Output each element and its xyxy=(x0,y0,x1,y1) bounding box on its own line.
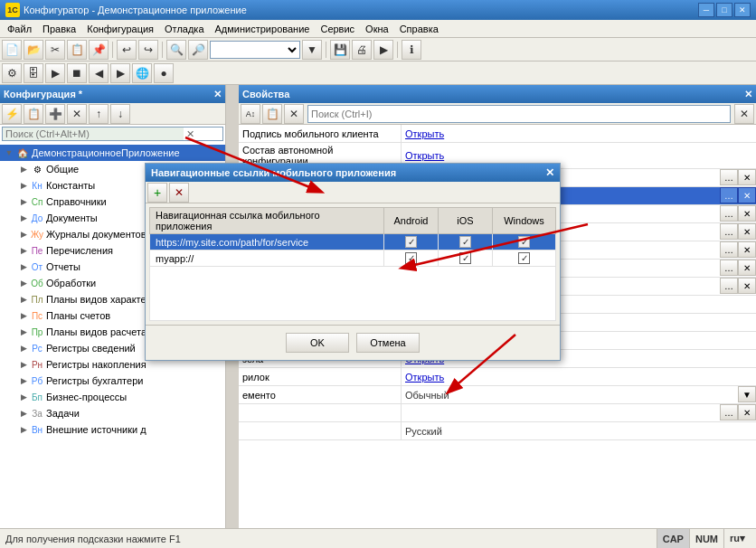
tb-paste[interactable]: 📌 xyxy=(89,40,109,60)
props-tb2[interactable]: 📋 xyxy=(262,104,282,124)
tb-copy[interactable]: 📋 xyxy=(67,40,87,60)
menu-service[interactable]: Сервис xyxy=(315,23,360,35)
tb2-back[interactable]: ◀ xyxy=(89,63,109,83)
tb2-stop[interactable]: ⏹ xyxy=(67,63,87,83)
prop-btn2-7[interactable]: ✕ xyxy=(738,260,756,276)
prop-btn-5[interactable]: … xyxy=(720,223,738,240)
tb-info[interactable]: ℹ xyxy=(402,40,421,60)
menu-debug[interactable]: Отладка xyxy=(159,23,209,35)
dialog-delete-button[interactable]: ✕ xyxy=(169,183,189,203)
tb-find[interactable]: 🔍 xyxy=(166,40,186,60)
expander-15[interactable]: ▶ xyxy=(18,408,29,419)
prop-btn-8[interactable]: … xyxy=(720,278,738,294)
prop-btn2-6[interactable]: ✕ xyxy=(738,241,756,258)
config-panel-close[interactable]: ✕ xyxy=(213,89,222,100)
dialog-cell-ios-0[interactable] xyxy=(439,234,493,250)
prop-btn2-3[interactable]: ✕ xyxy=(738,187,756,203)
tb-find2[interactable]: 🔎 xyxy=(188,40,208,60)
config-tb-btn5[interactable]: ↑ xyxy=(89,104,109,124)
checkbox-ios-1[interactable] xyxy=(459,252,471,264)
menu-edit[interactable]: Правка xyxy=(37,23,81,35)
config-search-input[interactable] xyxy=(3,128,184,140)
menu-config[interactable]: Конфигурация xyxy=(81,23,159,35)
prop-link-1[interactable]: Открыть xyxy=(405,150,444,161)
config-search-clear[interactable]: ✕ xyxy=(184,128,197,140)
prop-btn2-8[interactable]: ✕ xyxy=(738,278,756,294)
expander-16[interactable]: ▶ xyxy=(18,424,29,435)
props-search-box[interactable] xyxy=(307,105,731,123)
prop-btn2-2[interactable]: ✕ xyxy=(738,169,756,185)
dialog-cell-android-0[interactable] xyxy=(384,234,439,250)
status-lang-badge[interactable]: ru▾ xyxy=(723,529,751,549)
tb2-globe[interactable]: 🌐 xyxy=(132,63,152,83)
tb-undo[interactable]: ↩ xyxy=(117,40,137,60)
config-tb-btn2[interactable]: 📋 xyxy=(24,104,43,124)
close-button[interactable]: ✕ xyxy=(734,3,751,17)
checkbox-windows-0[interactable] xyxy=(518,236,530,248)
menu-windows[interactable]: Окна xyxy=(360,23,394,35)
expander-11[interactable]: ▶ xyxy=(18,343,29,354)
tree-item-14[interactable]: ▶ Бп Бизнес-процессы xyxy=(0,389,225,405)
tb-open[interactable]: 📂 xyxy=(24,40,43,60)
prop-btn-2[interactable]: … xyxy=(720,169,738,185)
prop-btn2-4[interactable]: ✕ xyxy=(738,205,756,222)
expander-10[interactable]: ▶ xyxy=(18,326,29,337)
maximize-button[interactable]: □ xyxy=(716,3,732,17)
minimize-button[interactable]: ─ xyxy=(698,3,714,17)
status-num-badge[interactable]: NUM xyxy=(689,529,723,549)
expander-0[interactable]: ▶ xyxy=(18,164,29,175)
tb-new[interactable]: 📄 xyxy=(2,40,22,60)
config-tb-btn4[interactable]: ✕ xyxy=(67,104,87,124)
config-search-box[interactable]: ✕ xyxy=(2,127,223,141)
checkbox-windows-1[interactable] xyxy=(518,252,530,264)
prop-btn-6[interactable]: … xyxy=(720,241,738,258)
dialog-cell-android-1[interactable] xyxy=(384,250,439,267)
expander-7[interactable]: ▶ xyxy=(18,278,29,288)
tb2-db[interactable]: 🗄 xyxy=(24,63,43,83)
prop-btn-7[interactable]: … xyxy=(720,260,738,276)
checkbox-ios-0[interactable] xyxy=(459,236,471,248)
tb2-config[interactable]: ⚙ xyxy=(2,63,22,83)
expander-5[interactable]: ▶ xyxy=(18,245,29,256)
prop-link-13[interactable]: Открыть xyxy=(405,372,444,383)
tb2-fwd[interactable]: ▶ xyxy=(110,63,130,83)
tb-cut[interactable]: ✂ xyxy=(45,40,65,60)
prop-btn-4[interactable]: … xyxy=(720,205,738,222)
expander-12[interactable]: ▶ xyxy=(18,359,29,370)
props-search-clear[interactable]: ✕ xyxy=(734,104,754,124)
checkbox-android-0[interactable] xyxy=(405,236,417,248)
dialog-add-button[interactable]: + xyxy=(147,183,167,203)
tb-print[interactable]: 🖨 xyxy=(352,40,372,60)
dialog-ok-button[interactable]: OK xyxy=(286,333,349,353)
prop-link-0[interactable]: Открыть xyxy=(405,128,444,139)
expander-2[interactable]: ▶ xyxy=(18,196,29,207)
tb-combo-btn[interactable]: ▼ xyxy=(302,40,322,60)
dialog-row-1[interactable]: myapp:// xyxy=(150,250,556,267)
tree-root-expander[interactable]: ▼ xyxy=(4,147,14,158)
props-tb3[interactable]: ✕ xyxy=(284,104,304,124)
config-tb-btn3[interactable]: ➕ xyxy=(45,104,65,124)
menu-help[interactable]: Справка xyxy=(394,23,444,35)
prop-btn2-5[interactable]: ✕ xyxy=(738,223,756,240)
tb2-play[interactable]: ▶ xyxy=(45,63,65,83)
prop-select-14[interactable]: ▼ xyxy=(738,386,756,402)
prop-btn-15[interactable]: … xyxy=(720,404,738,420)
tb-save[interactable]: 💾 xyxy=(330,40,350,60)
menu-admin[interactable]: Администрирование xyxy=(210,23,316,35)
tree-item-13[interactable]: ▶ Рб Регистры бухгалтери xyxy=(0,373,225,389)
expander-4[interactable]: ▶ xyxy=(18,229,29,240)
dialog-row-0[interactable]: https://my.site.com/path/for/service xyxy=(150,234,556,250)
tb2-misc[interactable]: ● xyxy=(154,63,174,83)
title-bar-buttons[interactable]: ─ □ ✕ xyxy=(698,3,751,17)
config-tb-btn6[interactable]: ↓ xyxy=(110,104,130,124)
menu-file[interactable]: Файл xyxy=(2,23,37,35)
tb-redo[interactable]: ↪ xyxy=(138,40,158,60)
expander-13[interactable]: ▶ xyxy=(18,375,29,386)
tree-root-item[interactable]: ▼ 🏠 ДемонстрационноеПриложение xyxy=(0,145,225,161)
expander-3[interactable]: ▶ xyxy=(18,213,29,223)
dialog-close-button[interactable]: ✕ xyxy=(545,166,554,179)
expander-1[interactable]: ▶ xyxy=(18,180,29,191)
dialog-cell-ios-1[interactable] xyxy=(439,250,493,267)
dialog-cancel-button[interactable]: Отмена xyxy=(356,333,420,353)
prop-btn2-15[interactable]: ✕ xyxy=(738,404,756,420)
